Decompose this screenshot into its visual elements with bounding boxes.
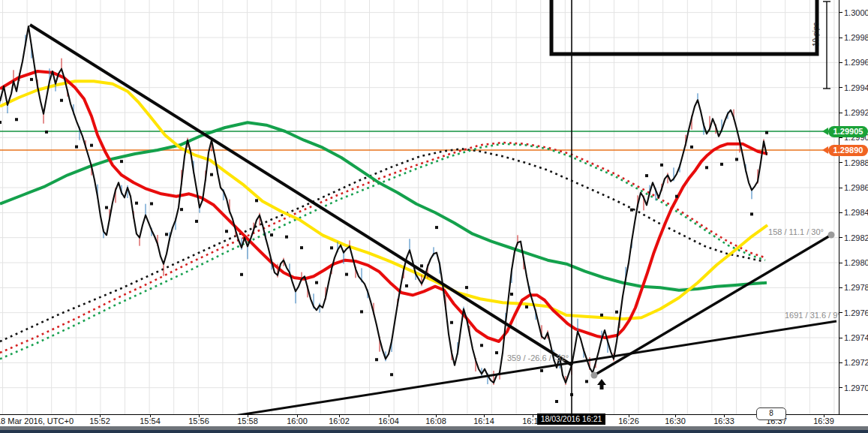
drawn-rectangle[interactable]	[551, 0, 817, 54]
price-tick-label: 1.29920	[844, 108, 868, 117]
selected-time-badge: 18/03/2016 16:21	[537, 413, 605, 425]
trading-chart-window: 359 / -26.6 / -32°158 / 11.1 / 30°1691 /…	[0, 0, 868, 433]
date-label: 18 Mar 2016, UTC+0	[0, 416, 74, 425]
price-tick-mark	[839, 212, 842, 213]
price-line-badge: 1.29905	[828, 126, 868, 137]
price-tick-mark	[839, 287, 842, 288]
price-tick-mark	[839, 362, 842, 363]
price-tick-label: 1.29780	[844, 283, 868, 292]
trendline-endpoint-dot[interactable]	[591, 372, 598, 379]
ma-yellow[interactable]	[0, 81, 767, 319]
price-axis[interactable]: 1.300001.299801.299601.299401.299201.299…	[839, 0, 868, 426]
time-axis[interactable]: 15:5215:5415:5615:5816:0016:0216:0416:08…	[0, 414, 868, 427]
price-tick-label: 1.29940	[844, 83, 868, 92]
price-tick-label: 1.29960	[844, 58, 868, 67]
ma-red[interactable]	[0, 71, 767, 341]
price-tick-label: 1.30000	[844, 8, 868, 17]
price-tick-mark	[839, 263, 842, 263]
price-tick-label: 1.29840	[844, 208, 868, 217]
time-tick-label: 16:33	[713, 416, 734, 425]
price-tick-mark	[839, 87, 842, 88]
time-tick-label: 15:52	[89, 416, 110, 425]
measure-label: 359 / -26.6 / -32°	[507, 353, 569, 362]
time-tick-label: 16:30	[665, 416, 686, 425]
price-line-badge: 1.29890	[828, 145, 868, 156]
bottom-navy-bar	[0, 430, 868, 433]
badge-arrow-tip	[822, 128, 828, 135]
ma-green[interactable]	[0, 122, 767, 290]
gridlines	[0, 0, 839, 414]
candle-countdown-tag: 8	[756, 407, 786, 420]
chart-plot-area[interactable]	[0, 0, 868, 433]
time-tick-label: 15:56	[188, 416, 209, 425]
dotted-green-ma[interactable]	[0, 144, 765, 359]
price-tick-label: 1.29700	[844, 383, 868, 392]
pips-measure-label: 10 pips	[812, 12, 820, 47]
measure-label: 158 / 11.1 / 30°	[768, 227, 824, 236]
time-tick-label: 16:04	[378, 416, 399, 425]
time-tick-label: 16:26	[618, 416, 639, 425]
price-tick-mark	[839, 162, 842, 163]
price-tick-mark	[839, 312, 842, 313]
price-tick-mark	[839, 338, 842, 338]
price-tick-mark	[839, 12, 842, 13]
measure-label: 1691 / 31.6 / 9°	[785, 311, 841, 320]
price-tick-label: 1.29860	[844, 183, 868, 192]
time-tick-label: 16:14	[473, 416, 494, 425]
price-tick-mark	[839, 62, 842, 63]
descending-trendline[interactable]	[30, 25, 572, 365]
badge-arrow-tip	[822, 146, 828, 154]
price-tick-label: 1.29880	[844, 158, 868, 167]
pips-bracket	[823, 2, 830, 89]
price-tick-label: 1.29820	[844, 233, 868, 242]
time-tick-label: 15:54	[140, 416, 161, 425]
price-tick-mark	[839, 387, 842, 388]
price-tick-label: 1.29720	[844, 358, 868, 367]
time-tick-label: 15:58	[237, 416, 258, 425]
price-tick-label: 1.29740	[844, 333, 868, 342]
price-tick-mark	[839, 113, 842, 113]
time-tick-label: 16:39	[813, 416, 834, 425]
trendline-endpoint-dot[interactable]	[828, 232, 835, 239]
price-tick-label: 1.29800	[844, 258, 868, 267]
price-tick-mark	[839, 137, 842, 138]
price-tick-mark	[839, 38, 842, 38]
price-tick-mark	[839, 188, 842, 188]
ascending-trendline-9deg[interactable]	[191, 321, 836, 422]
time-tick-label: 16:02	[329, 416, 350, 425]
time-tick-label: 16:00	[287, 416, 308, 425]
time-tick-label: 16:08	[425, 416, 446, 425]
price-tick-label: 1.29760	[844, 308, 868, 317]
price-tick-mark	[839, 237, 842, 238]
price-tick-label: 1.29980	[844, 33, 868, 42]
